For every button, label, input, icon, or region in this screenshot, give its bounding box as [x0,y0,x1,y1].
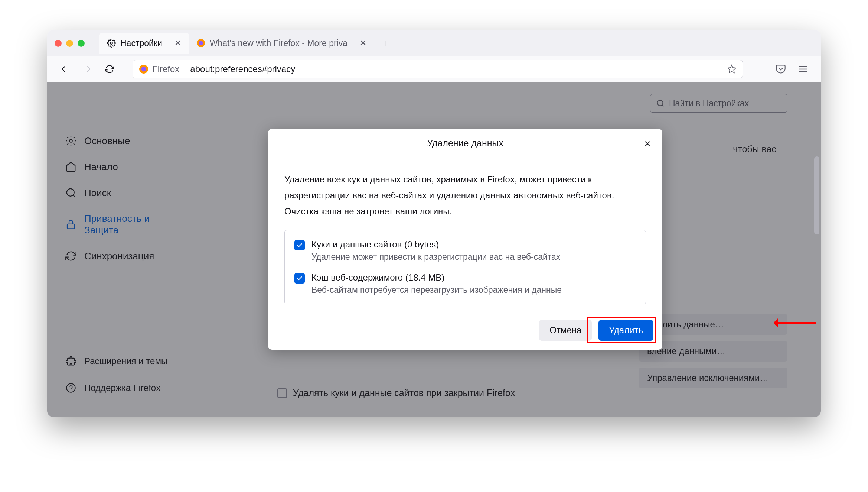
dialog-close-button[interactable] [642,138,653,150]
checkbox-sublabel: Удаление может привести к разрегистрации… [311,252,560,262]
close-tab-icon[interactable]: ✕ [174,38,182,48]
dialog-description: Удаление всех кук и данных сайтов, храни… [284,171,646,220]
titlebar: Настройки ✕ What's new with Firefox - Mo… [47,30,821,56]
tab-settings[interactable]: Настройки ✕ [99,33,189,54]
checkbox-cookies[interactable]: Куки и данные сайтов (0 bytes) Удаление … [294,239,636,262]
svg-point-2 [199,41,203,45]
browser-window: Настройки ✕ What's new with Firefox - Mo… [47,30,821,417]
checkbox-checked-icon [294,240,305,250]
clear-data-dialog: Удаление данных Удаление всех кук и данн… [268,129,662,350]
checkbox-cache[interactable]: Кэш веб-содержимого (18.4 MB) Веб-сайтам… [294,272,636,295]
dialog-footer: Отмена Удалить [268,318,662,350]
tab-strip: Настройки ✕ What's new with Firefox - Mo… [99,30,394,56]
url-bar[interactable]: Firefox about:preferences#privacy [133,60,743,78]
identity-box[interactable]: Firefox [139,64,185,74]
firefox-icon [139,64,149,74]
checkbox-label: Куки и данные сайтов (0 bytes) [311,239,560,250]
checkbox-label: Кэш веб-содержимого (18.4 MB) [311,272,562,283]
pocket-icon[interactable] [774,62,787,76]
dialog-header: Удаление данных [268,129,662,158]
svg-point-0 [110,42,112,44]
content-area: Найти в Настройках Основные Начало Поиск… [47,82,821,417]
firefox-icon [196,39,205,48]
minimize-window-button[interactable] [66,40,73,47]
dialog-body: Удаление всех кук и данных сайтов, храни… [268,158,662,318]
scrollbar-thumb[interactable] [814,156,819,234]
svg-point-4 [141,67,146,71]
bookmark-star-icon[interactable] [727,64,737,74]
tab-whatsnew[interactable]: What's new with Firefox - More priva ✕ [189,33,374,54]
forward-button[interactable] [81,62,94,76]
close-window-button[interactable] [55,40,62,47]
menu-button[interactable] [796,62,810,76]
tab-label: Настройки [120,38,162,48]
cancel-button[interactable]: Отмена [539,320,592,341]
delete-button[interactable]: Удалить [598,320,653,341]
url-text: about:preferences#privacy [190,64,295,74]
new-tab-button[interactable]: + [379,36,394,51]
gear-icon [107,39,116,48]
checkbox-sublabel: Веб-сайтам потребуется перезагрузить изо… [311,285,562,295]
dialog-checkbox-group: Куки и данные сайтов (0 bytes) Удаление … [284,230,646,304]
identity-label: Firefox [152,64,179,74]
tab-label: What's new with Firefox - More priva [210,38,347,48]
dialog-title: Удаление данных [427,138,503,149]
annotation-arrow [776,322,816,324]
reload-button[interactable] [103,62,116,76]
back-button[interactable] [58,62,72,76]
checkbox-checked-icon [294,273,305,284]
zoom-window-button[interactable] [78,40,85,47]
toolbar: Firefox about:preferences#privacy [47,56,821,82]
window-controls [55,40,85,47]
close-tab-icon[interactable]: ✕ [359,38,367,48]
